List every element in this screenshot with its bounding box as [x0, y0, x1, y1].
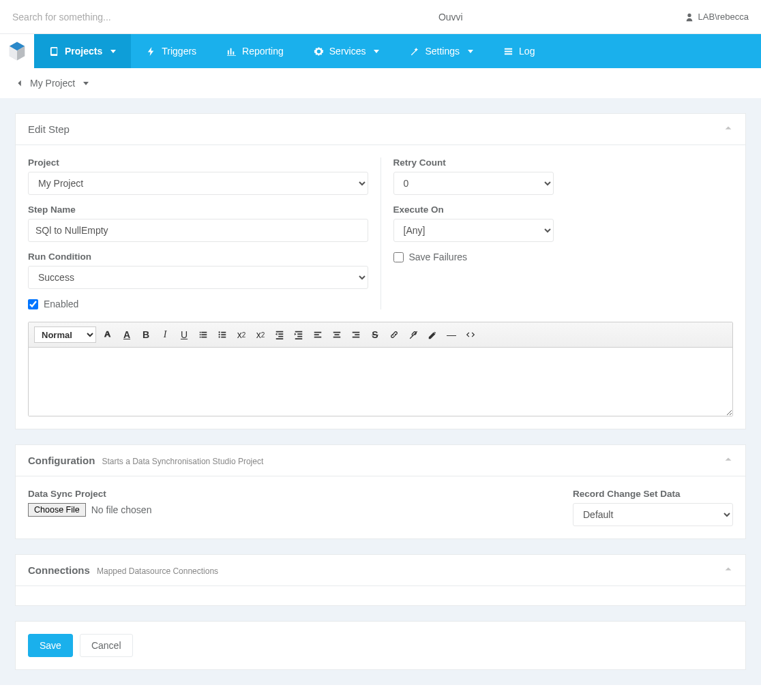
chevron-left-icon[interactable] — [15, 78, 25, 88]
edit-step-body: Project My Project Step Name Run Conditi… — [16, 145, 745, 429]
horizontal-rule-icon[interactable]: — — [444, 327, 459, 342]
search-input[interactable] — [12, 12, 217, 22]
step-name-label: Step Name — [28, 204, 368, 215]
execute-on-select[interactable]: [Any] — [393, 219, 554, 242]
user-icon — [685, 12, 694, 22]
unlink-icon[interactable] — [406, 327, 421, 342]
enabled-label: Enabled — [44, 299, 78, 309]
svg-point-4 — [218, 331, 220, 333]
nav-settings-label: Settings — [425, 46, 460, 57]
run-condition-select[interactable]: Success — [28, 266, 368, 289]
topbar: Ouvvi LAB\rebecca — [0, 0, 761, 34]
form-columns: Project My Project Step Name Run Conditi… — [28, 157, 733, 309]
retry-count-select[interactable]: 0 — [393, 172, 554, 195]
nav-reporting[interactable]: Reporting — [211, 34, 299, 68]
subscript-icon[interactable]: x2 — [234, 327, 249, 342]
edit-step-title: Edit Step — [28, 123, 70, 135]
collapse-toggle[interactable] — [723, 123, 733, 135]
app-title: Ouvvi — [217, 12, 685, 22]
format-select[interactable]: Normal — [34, 326, 96, 343]
editor-toolbar: Normal A B I U x2 x2 S — [29, 322, 732, 348]
align-center-icon[interactable] — [329, 327, 344, 342]
data-sync-project-group: Data Sync Project Choose File No file ch… — [28, 489, 151, 526]
strikethrough-icon[interactable]: S — [368, 327, 383, 342]
collapse-toggle[interactable] — [723, 564, 733, 576]
cogs-icon — [314, 46, 324, 57]
connections-body — [16, 586, 745, 605]
nav-triggers[interactable]: Triggers — [131, 34, 211, 68]
clear-format-icon[interactable] — [425, 327, 440, 342]
ouvvi-logo-icon — [6, 40, 28, 62]
configuration-body: Data Sync Project Choose File No file ch… — [16, 476, 745, 538]
connections-title: Connections — [28, 564, 90, 576]
code-view-icon[interactable] — [463, 327, 478, 342]
indent-icon[interactable] — [291, 327, 306, 342]
file-chosen-status: No file chosen — [91, 504, 152, 515]
run-condition-label: Run Condition — [28, 252, 368, 262]
font-size-icon[interactable] — [100, 327, 115, 342]
italic-icon[interactable]: I — [158, 327, 173, 342]
nav-reporting-label: Reporting — [242, 46, 284, 57]
unordered-list-icon[interactable] — [215, 327, 230, 342]
cancel-button[interactable]: Cancel — [80, 634, 133, 657]
caret-down-icon — [468, 50, 473, 53]
caret-down-icon[interactable] — [83, 82, 89, 85]
user-badge[interactable]: LAB\rebecca — [685, 12, 749, 22]
rich-text-editor: Normal A B I U x2 x2 S — [28, 322, 733, 416]
superscript-icon[interactable]: x2 — [253, 327, 268, 342]
underline-icon[interactable]: U — [177, 327, 192, 342]
list-icon — [503, 46, 513, 57]
svg-point-5 — [218, 334, 220, 335]
nav-projects-label: Projects — [65, 46, 102, 57]
chevron-up-icon — [723, 564, 733, 574]
configuration-header: Configuration Starts a Data Synchronisat… — [16, 445, 745, 476]
nav-log-label: Log — [519, 46, 535, 57]
connections-subtitle: Mapped Datasource Connections — [97, 566, 218, 576]
book-icon — [49, 46, 59, 57]
link-icon[interactable] — [387, 327, 402, 342]
user-label: LAB\rebecca — [698, 12, 749, 22]
configuration-title: Configuration — [28, 455, 95, 466]
wand-icon — [409, 46, 419, 57]
caret-down-icon — [374, 50, 379, 53]
caret-down-icon — [110, 50, 116, 53]
outdent-icon[interactable] — [272, 327, 287, 342]
breadcrumb-project[interactable]: My Project — [30, 78, 75, 89]
record-change-set-select[interactable]: Default — [573, 503, 733, 526]
configuration-subtitle: Starts a Data Synchronisation Studio Pro… — [102, 457, 264, 466]
form-col-left: Project My Project Step Name Run Conditi… — [28, 157, 381, 309]
nav-services[interactable]: Services — [299, 34, 395, 68]
logo[interactable] — [0, 34, 34, 68]
step-name-input[interactable] — [28, 219, 368, 242]
save-failures-checkbox[interactable] — [393, 252, 404, 262]
align-left-icon[interactable] — [310, 327, 325, 342]
action-buttons: Save Cancel — [15, 621, 746, 670]
align-right-icon[interactable] — [348, 327, 363, 342]
chevron-up-icon — [723, 455, 733, 464]
collapse-toggle[interactable] — [723, 455, 733, 466]
project-select[interactable]: My Project — [28, 172, 368, 195]
record-change-set-label: Record Change Set Data — [573, 489, 733, 499]
font-color-icon[interactable]: A — [119, 327, 134, 342]
project-label: Project — [28, 157, 368, 168]
nav-projects[interactable]: Projects — [34, 34, 131, 68]
data-sync-project-label: Data Sync Project — [28, 489, 151, 499]
editor-textarea[interactable] — [29, 348, 732, 416]
nav-triggers-label: Triggers — [162, 46, 196, 57]
enabled-checkbox[interactable] — [28, 299, 38, 309]
connections-header: Connections Mapped Datasource Connection… — [16, 555, 745, 586]
bolt-icon — [146, 46, 156, 57]
navbar: Projects Triggers Reporting Services Set… — [0, 34, 761, 68]
page-body: Edit Step Project My Project Step Name — [0, 98, 761, 685]
bold-icon[interactable]: B — [138, 327, 153, 342]
chevron-up-icon — [723, 123, 733, 133]
nav-log[interactable]: Log — [488, 34, 550, 68]
bar-chart-icon — [226, 46, 237, 57]
ordered-list-icon[interactable] — [196, 327, 211, 342]
nav-settings[interactable]: Settings — [394, 34, 488, 68]
svg-point-6 — [218, 336, 220, 337]
connections-panel: Connections Mapped Datasource Connection… — [15, 554, 746, 606]
save-button[interactable]: Save — [28, 634, 73, 657]
choose-file-button[interactable]: Choose File — [28, 503, 86, 517]
form-col-right: Retry Count 0 Execute On [Any] Save Fai — [381, 157, 734, 309]
